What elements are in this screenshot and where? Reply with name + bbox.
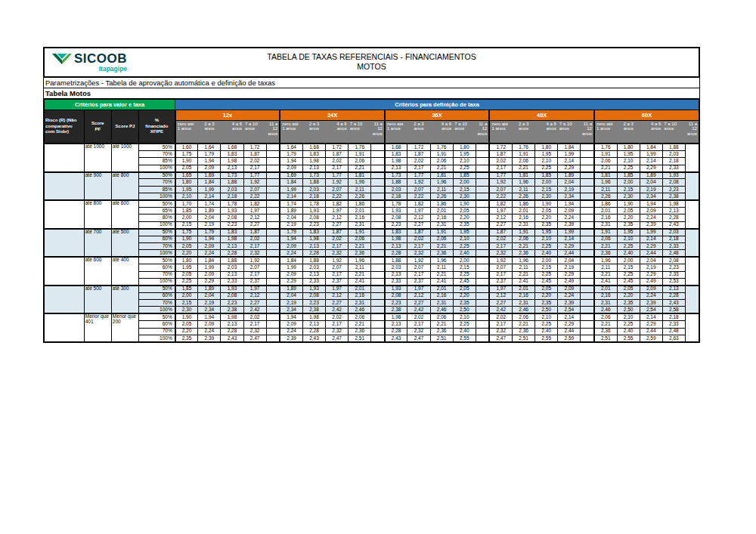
rate-cell: 2,13 (302, 321, 325, 328)
rate-cell: 2,17 (326, 321, 349, 328)
rate-cell: 2,02 (489, 313, 512, 320)
table-row: 100%2,202,242,282,322,242,282,322,362,28… (44, 250, 699, 257)
rate-cell: 2,35 (453, 221, 476, 228)
rate-cell: 2,17 (243, 242, 266, 249)
rate-cell: 1,91 (349, 229, 371, 236)
rate-cell: 2,07 (407, 186, 430, 193)
rate-cell: 1,92 (326, 179, 349, 186)
rate-cell: 2,07 (326, 264, 349, 271)
rate-cell: 1,91 (513, 150, 535, 157)
rate-cell: 2,55 (617, 335, 640, 342)
rate-cell: 2,21 (349, 242, 371, 249)
rate-cell: 2,46 (513, 307, 535, 313)
rate-cell: 2,33 (302, 278, 325, 285)
rate-cell: 2,22 (489, 193, 512, 200)
rate-cell: 1,98 (302, 158, 325, 165)
rate-cell: 2,29 (640, 271, 662, 278)
rate-cell: 1,91 (513, 229, 535, 236)
rate-cell: 2,33 (221, 278, 243, 285)
blank-cell (266, 186, 280, 193)
rate-cell: 2,19 (558, 264, 581, 271)
rate-cell: 1,80 (617, 144, 640, 150)
rate-cell: 2,33 (662, 165, 685, 171)
period-header: 4 a 6 anos (535, 121, 558, 144)
rate-cell: 2,45 (535, 278, 558, 285)
rate-cell: 2,38 (221, 307, 243, 313)
rate-cell: 1,90 (453, 200, 476, 207)
rate-cell: 2,21 (349, 271, 371, 278)
blank-cell (371, 150, 385, 157)
rate-cell: 2,41 (430, 278, 453, 285)
rate-cell: 2,04 (640, 257, 662, 264)
rate-cell: 1,98 (662, 200, 685, 207)
rate-cell: 1,65 (175, 172, 198, 179)
rate-cell: 2,51 (349, 335, 371, 342)
rate-cell: 2,00 (617, 257, 640, 264)
rate-cell: 2,08 (302, 215, 325, 221)
rate-cell: 2,28 (221, 328, 243, 335)
rate-cell: 2,10 (535, 158, 558, 165)
rate-cell: 2,51 (430, 335, 453, 342)
band-definicao-taxa: Critérios para definição de taxa (175, 99, 699, 110)
blank-cell (685, 321, 699, 328)
rate-cell: 2,03 (385, 186, 407, 193)
rate-cell: 2,21 (594, 321, 617, 328)
rate-cell: 2,15 (453, 264, 476, 271)
rate-cell: 2,15 (535, 186, 558, 193)
blank-cell (371, 307, 385, 313)
rate-cell: 2,48 (662, 328, 685, 335)
rate-cell: 2,21 (594, 242, 617, 249)
blank-cell (476, 313, 489, 320)
rate-cell: 2,36 (430, 250, 453, 257)
blank-cell (266, 257, 280, 264)
rate-cell: 2,26 (430, 193, 453, 200)
score-pj-cell: até 1000 (111, 144, 138, 172)
rate-cell: 2,07 (243, 264, 266, 271)
rate-cell: 2,55 (535, 335, 558, 342)
rate-cell: 2,34 (280, 307, 302, 313)
rate-cell: 1,93 (385, 286, 407, 292)
rate-cell: 2,28 (302, 250, 325, 257)
rate-cell: 2,33 (662, 242, 685, 249)
period-header: 11 a 12 anos (371, 121, 385, 144)
rate-cell: 2,63 (662, 335, 685, 342)
table-row: 60%2,002,042,082,122,042,082,122,162,082… (44, 292, 699, 299)
blank-cell (266, 144, 280, 150)
rate-cell: 2,10 (617, 236, 640, 242)
rate-cell: 1,94 (640, 200, 662, 207)
rate-cell: 1,86 (349, 200, 371, 207)
pct-cell: 100% (139, 307, 175, 313)
rate-cell: 2,25 (535, 271, 558, 278)
rate-cell: 1,94 (198, 313, 221, 320)
rate-cell: 2,10 (617, 158, 640, 165)
period-header: 2 a 3 anos (617, 121, 640, 144)
rate-cell: 2,10 (535, 313, 558, 320)
rate-cell: 1,75 (175, 150, 198, 157)
rate-cell: 2,21 (349, 321, 371, 328)
blank-cell (685, 165, 699, 171)
rate-cell: 2,09 (198, 271, 221, 278)
rate-cell: 2,10 (617, 313, 640, 320)
blank-cell (685, 215, 699, 221)
blank-cell (371, 286, 385, 292)
blank-cell (581, 328, 594, 335)
rate-cell: 2,35 (617, 300, 640, 307)
rate-cell: 2,07 (489, 186, 512, 193)
blank-cell (371, 292, 385, 299)
blank-cell (685, 307, 699, 313)
rate-cell: 1,88 (221, 257, 243, 264)
table-row: 60%1,951,992,032,071,992,032,072,112,032… (44, 264, 699, 271)
rate-cell: 2,50 (453, 307, 476, 313)
rate-cell: 2,17 (407, 321, 430, 328)
rate-cell: 1,97 (407, 286, 430, 292)
rate-cell: 2,17 (243, 165, 266, 171)
rate-cell: 2,26 (513, 193, 535, 200)
table-row: 70%2,052,092,132,172,092,132,172,212,132… (44, 242, 699, 249)
rate-cell: 2,31 (349, 221, 371, 228)
rate-cell: 2,29 (198, 278, 221, 285)
rate-cell: 1,64 (280, 144, 302, 150)
blank-cell (476, 150, 489, 157)
rate-cell: 2,25 (617, 165, 640, 171)
rate-cell: 1,92 (243, 257, 266, 264)
rate-cell: 1,80 (175, 179, 198, 186)
